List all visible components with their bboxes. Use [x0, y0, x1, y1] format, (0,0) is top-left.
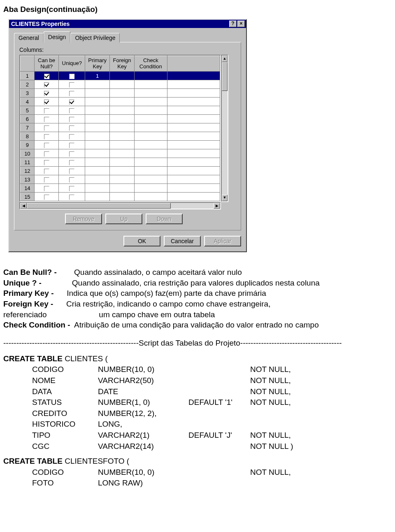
table-row[interactable]: 10: [21, 149, 220, 158]
table-row[interactable]: 3: [21, 89, 220, 98]
checkbox-icon[interactable]: [69, 100, 74, 105]
checkbox-icon[interactable]: [69, 151, 74, 157]
cell-primary-key[interactable]: [85, 184, 110, 193]
cell-unique[interactable]: [59, 89, 85, 98]
cell-check-condition[interactable]: [134, 80, 167, 89]
table-row[interactable]: 11: [21, 158, 220, 167]
row-header[interactable]: 2: [21, 80, 35, 89]
cell-can-be-null[interactable]: [34, 106, 59, 115]
cell-check-condition[interactable]: [134, 175, 167, 184]
checkbox-icon[interactable]: [44, 143, 49, 148]
checkbox-icon[interactable]: [69, 108, 74, 114]
cell-check-condition[interactable]: [134, 158, 167, 167]
cell-check-condition[interactable]: [134, 193, 167, 201]
row-header[interactable]: 5: [21, 106, 35, 115]
cell-foreign-key[interactable]: [110, 184, 135, 193]
scroll-down-icon[interactable]: ▼: [222, 195, 228, 201]
cell-can-be-null[interactable]: [34, 193, 59, 201]
checkbox-icon[interactable]: [69, 186, 74, 191]
col-header-unique[interactable]: Unique?: [59, 56, 85, 72]
table-row[interactable]: 7: [21, 123, 220, 132]
cell-can-be-null[interactable]: [34, 89, 59, 98]
cell-unique[interactable]: [59, 193, 85, 201]
cell-check-condition[interactable]: [134, 89, 167, 98]
close-button[interactable]: ×: [237, 21, 245, 27]
row-header[interactable]: 3: [21, 89, 35, 98]
cell-foreign-key[interactable]: [110, 175, 135, 184]
checkbox-icon[interactable]: [44, 177, 49, 183]
checkbox-icon[interactable]: [69, 74, 74, 79]
cell-check-condition[interactable]: [134, 132, 167, 141]
cell-unique[interactable]: [59, 175, 85, 184]
row-header[interactable]: 6: [21, 115, 35, 123]
col-header-can-be-null[interactable]: Can be Null?: [34, 56, 59, 72]
scroll-thumb-h[interactable]: [27, 203, 171, 209]
cell-unique[interactable]: [59, 149, 85, 158]
checkbox-icon[interactable]: [44, 195, 49, 200]
row-header[interactable]: 14: [21, 184, 35, 193]
cell-primary-key[interactable]: [85, 141, 110, 149]
table-row[interactable]: 14: [21, 184, 220, 193]
row-header[interactable]: 10: [21, 149, 35, 158]
col-header-check-condition[interactable]: Check Condition: [134, 56, 167, 72]
scroll-up-icon[interactable]: ▲: [222, 56, 228, 62]
vertical-scrollbar[interactable]: ▲ ▼: [221, 55, 228, 202]
table-row[interactable]: 2: [21, 80, 220, 89]
cell-foreign-key[interactable]: [110, 123, 135, 132]
cell-unique[interactable]: [59, 167, 85, 175]
cell-foreign-key[interactable]: [110, 80, 135, 89]
table-row[interactable]: 9: [21, 141, 220, 149]
table-row[interactable]: 15: [21, 193, 220, 201]
cell-primary-key[interactable]: 1: [85, 72, 110, 80]
ok-button[interactable]: OK: [123, 236, 160, 246]
cell-unique[interactable]: [59, 106, 85, 115]
checkbox-icon[interactable]: [69, 134, 74, 139]
checkbox-icon[interactable]: [69, 195, 74, 200]
cell-unique[interactable]: [59, 80, 85, 89]
columns-grid[interactable]: Can be Null? Unique? Primary Key Foreign…: [19, 55, 221, 202]
row-header[interactable]: 9: [21, 141, 35, 149]
checkbox-icon[interactable]: [69, 143, 74, 148]
checkbox-icon[interactable]: [44, 108, 49, 114]
cell-can-be-null[interactable]: [34, 72, 59, 80]
table-row[interactable]: 12: [21, 167, 220, 175]
apply-button[interactable]: Aplicar: [204, 236, 241, 246]
cell-foreign-key[interactable]: [110, 72, 135, 80]
cell-check-condition[interactable]: [134, 98, 167, 106]
cell-unique[interactable]: [59, 132, 85, 141]
checkbox-icon[interactable]: [44, 100, 49, 105]
row-header[interactable]: 11: [21, 158, 35, 167]
row-header[interactable]: 1: [21, 72, 35, 80]
cell-can-be-null[interactable]: [34, 80, 59, 89]
checkbox-icon[interactable]: [69, 169, 74, 174]
cell-unique[interactable]: [59, 158, 85, 167]
cell-can-be-null[interactable]: [34, 167, 59, 175]
down-button[interactable]: Down: [146, 214, 183, 224]
cell-foreign-key[interactable]: [110, 106, 135, 115]
cell-primary-key[interactable]: [85, 132, 110, 141]
cell-primary-key[interactable]: [85, 158, 110, 167]
cell-check-condition[interactable]: [134, 72, 167, 80]
cell-check-condition[interactable]: [134, 141, 167, 149]
checkbox-icon[interactable]: [44, 82, 49, 88]
checkbox-icon[interactable]: [44, 117, 49, 122]
cell-check-condition[interactable]: [134, 184, 167, 193]
cell-unique[interactable]: [59, 123, 85, 132]
cell-primary-key[interactable]: [85, 106, 110, 115]
cell-unique[interactable]: [59, 72, 85, 80]
checkbox-icon[interactable]: [44, 169, 49, 174]
cell-unique[interactable]: [59, 141, 85, 149]
row-header[interactable]: 12: [21, 167, 35, 175]
cell-foreign-key[interactable]: [110, 115, 135, 123]
tab-general[interactable]: General: [14, 33, 44, 43]
checkbox-icon[interactable]: [44, 160, 49, 165]
col-header-foreign-key[interactable]: Foreign Key: [110, 56, 135, 72]
cell-foreign-key[interactable]: [110, 158, 135, 167]
row-header[interactable]: 13: [21, 175, 35, 184]
cell-can-be-null[interactable]: [34, 184, 59, 193]
cell-primary-key[interactable]: [85, 98, 110, 106]
scroll-thumb-v[interactable]: [222, 62, 228, 91]
table-row[interactable]: 11: [21, 72, 220, 80]
cell-primary-key[interactable]: [85, 123, 110, 132]
cell-primary-key[interactable]: [85, 115, 110, 123]
